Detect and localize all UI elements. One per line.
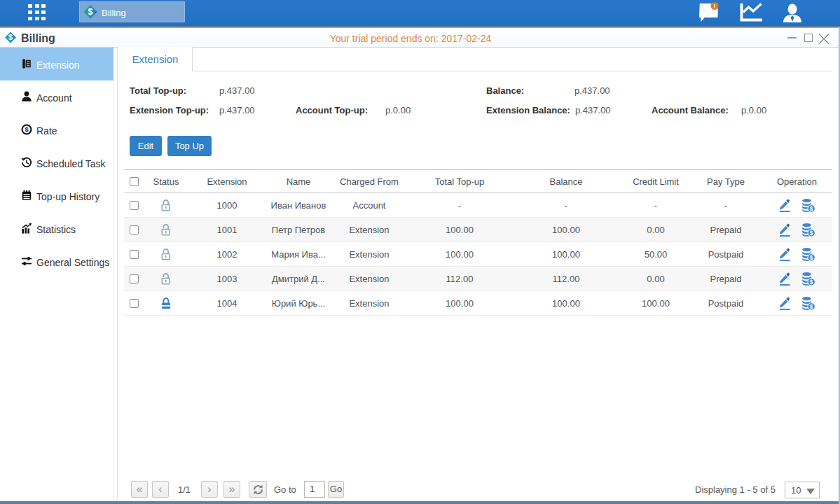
svg-text:$: $ (25, 126, 29, 133)
svg-text:$: $ (88, 7, 93, 17)
svg-text:!: ! (714, 3, 716, 10)
